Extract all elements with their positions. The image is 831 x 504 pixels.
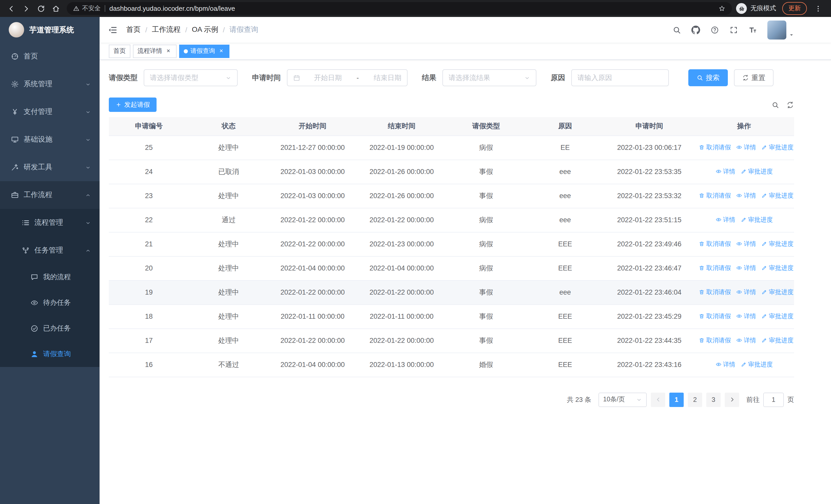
- approval-progress-link[interactable]: 审批进度: [740, 360, 773, 369]
- address-bar[interactable]: 不安全 dashboard.yudao.iocoder.cn/bpm/oa/le…: [67, 2, 732, 15]
- page-size-select[interactable]: 10条/页: [599, 392, 647, 407]
- back-button[interactable]: [4, 2, 18, 16]
- font-size-button[interactable]: [745, 23, 760, 37]
- cell-start-time: 2022-01-03 00:00:00: [268, 184, 357, 208]
- leave-type-select[interactable]: 请选择请假类型: [144, 69, 238, 86]
- approval-progress-link[interactable]: 审批进度: [761, 264, 794, 272]
- cell-leave-type: 事假: [447, 328, 525, 353]
- table-row: 23处理中2022-01-03 00:00:002022-01-26 00:00…: [109, 184, 794, 208]
- cell-operations: 详情审批进度: [694, 159, 794, 184]
- sidebar-item-home[interactable]: 首页: [0, 42, 99, 70]
- sidebar-item-done-tasks[interactable]: 已办任务: [0, 316, 99, 341]
- github-button[interactable]: [688, 23, 703, 37]
- goto-page: 前往 页: [746, 392, 794, 407]
- approval-progress-link[interactable]: 审批进度: [761, 288, 794, 297]
- detail-link[interactable]: 详情: [736, 288, 756, 297]
- toggle-search-button[interactable]: [771, 101, 779, 109]
- approval-progress-link[interactable]: 审批进度: [761, 336, 794, 345]
- cancel-leave-link[interactable]: 取消请假: [698, 264, 731, 272]
- table-row: 20处理中2022-01-04 00:00:002022-01-04 00:00…: [109, 256, 794, 280]
- update-button[interactable]: 更新: [782, 2, 807, 15]
- user-menu[interactable]: [767, 20, 794, 39]
- apply-time-range-picker[interactable]: 开始日期 - 结束日期: [287, 69, 407, 86]
- reload-button[interactable]: [34, 2, 48, 16]
- detail-link[interactable]: 详情: [736, 143, 756, 152]
- breadcrumb-item[interactable]: 首页: [126, 25, 141, 34]
- detail-link[interactable]: 详情: [736, 336, 756, 345]
- tab-home[interactable]: 首页: [109, 45, 131, 58]
- goto-page-input[interactable]: [763, 392, 784, 407]
- close-tab-icon[interactable]: ×: [218, 48, 225, 55]
- app-logo[interactable]: 芋道管理系统: [0, 17, 99, 42]
- cancel-leave-link[interactable]: 取消请假: [698, 143, 731, 152]
- sidebar-item-infrastructure[interactable]: 基础设施: [0, 126, 99, 153]
- reason-filter: 原因 请输入原因: [551, 69, 669, 86]
- close-tab-icon[interactable]: ×: [165, 48, 172, 55]
- bookmark-star-icon[interactable]: [718, 5, 726, 12]
- detail-link[interactable]: 详情: [715, 167, 735, 176]
- approval-progress-link[interactable]: 审批进度: [740, 167, 773, 176]
- fullscreen-button[interactable]: [726, 23, 741, 37]
- page-2-button[interactable]: 2: [688, 392, 702, 407]
- approval-progress-link[interactable]: 审批进度: [740, 215, 773, 224]
- breadcrumb-separator: /: [223, 26, 225, 34]
- help-button[interactable]: [707, 23, 722, 37]
- sidebar-item-todo-tasks[interactable]: 待办任务: [0, 290, 99, 316]
- detail-link[interactable]: 详情: [736, 240, 756, 248]
- detail-link[interactable]: 详情: [736, 312, 756, 321]
- cell-apply-id: 17: [109, 328, 189, 353]
- trash-icon: [698, 241, 705, 247]
- refresh-table-button[interactable]: [786, 101, 794, 109]
- detail-link[interactable]: 详情: [715, 360, 735, 369]
- sidebar-item-my-process[interactable]: 我的流程: [0, 264, 99, 290]
- home-button[interactable]: [49, 2, 63, 16]
- reset-button[interactable]: 重置: [734, 69, 774, 86]
- sidebar-item-task-management[interactable]: 任务管理: [0, 237, 99, 264]
- cancel-leave-link[interactable]: 取消请假: [698, 191, 731, 200]
- trash-icon: [698, 289, 705, 295]
- prev-page-button[interactable]: [651, 392, 665, 407]
- cell-start-time: 2022-01-04 00:00:00: [268, 353, 357, 377]
- cell-status: 处理中: [189, 280, 268, 304]
- create-leave-button[interactable]: 发起请假: [109, 97, 156, 112]
- cancel-leave-link[interactable]: 取消请假: [698, 336, 731, 345]
- collapse-sidebar-button[interactable]: [108, 25, 118, 35]
- detail-link[interactable]: 详情: [736, 191, 756, 200]
- result-select[interactable]: 请选择流结果: [442, 69, 536, 86]
- search-button[interactable]: [669, 23, 684, 37]
- sidebar-item-workflow[interactable]: 工作流程: [0, 181, 99, 209]
- forward-button[interactable]: [19, 2, 33, 16]
- chevron-down-icon: [85, 137, 91, 142]
- approval-progress-link[interactable]: 审批进度: [761, 240, 794, 248]
- sidebar-item-payment-management[interactable]: 支付管理: [0, 98, 99, 126]
- sidebar-item-dev-tools[interactable]: 研发工具: [0, 153, 99, 181]
- next-page-button[interactable]: [725, 392, 739, 407]
- browser-menu-button[interactable]: [811, 2, 825, 16]
- approval-progress-link[interactable]: 审批进度: [761, 143, 794, 152]
- goto-label: 前往: [746, 395, 760, 404]
- eye-icon: [736, 265, 742, 271]
- tab-leave-query[interactable]: 请假查询×: [179, 45, 229, 58]
- tab-process-detail[interactable]: 流程详情×: [133, 45, 177, 58]
- approval-progress-link[interactable]: 审批进度: [761, 312, 794, 321]
- page-1-button[interactable]: 1: [669, 392, 684, 407]
- chevron-down-icon: [225, 75, 231, 81]
- cancel-leave-link[interactable]: 取消请假: [698, 312, 731, 321]
- detail-link[interactable]: 详情: [715, 215, 735, 224]
- navbar-tools: [669, 20, 794, 39]
- sidebar-item-process-management[interactable]: 流程管理: [0, 209, 99, 237]
- sidebar-item-leave-query[interactable]: 请假查询: [0, 341, 99, 367]
- detail-link[interactable]: 详情: [736, 264, 756, 272]
- breadcrumb-item[interactable]: OA 示例: [192, 25, 219, 34]
- table-row: 18处理中2022-01-11 00:00:002022-01-11 00:00…: [109, 304, 794, 328]
- page-buttons: 123: [649, 392, 741, 407]
- reason-input[interactable]: 请输入原因: [571, 69, 669, 86]
- search-button[interactable]: 搜索: [688, 69, 728, 86]
- cancel-leave-link[interactable]: 取消请假: [698, 240, 731, 248]
- cancel-leave-link[interactable]: 取消请假: [698, 288, 731, 297]
- page-3-button[interactable]: 3: [706, 392, 721, 407]
- eye-icon: [715, 217, 721, 223]
- sidebar-item-system-management[interactable]: 系统管理: [0, 70, 99, 98]
- breadcrumb-item[interactable]: 工作流程: [152, 25, 181, 34]
- approval-progress-link[interactable]: 审批进度: [761, 191, 794, 200]
